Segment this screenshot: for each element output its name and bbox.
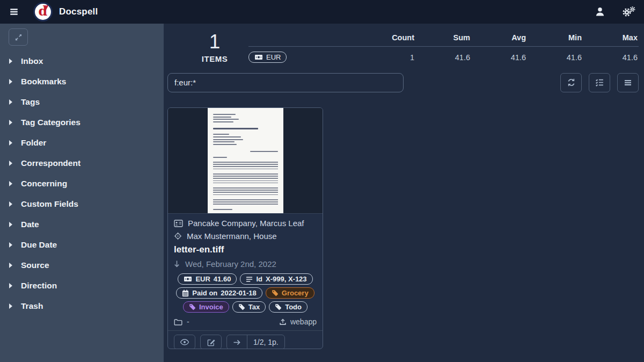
tag-icon bbox=[238, 303, 245, 310]
stats-header-row: Count Sum Avg Min Max bbox=[248, 31, 639, 47]
custom-field-id-badge[interactable]: Id X-999, X-123 bbox=[240, 273, 312, 285]
sidebar: Inbox Bookmarks Tags Tag Categories Fold… bbox=[0, 24, 164, 362]
tag-icon bbox=[189, 303, 196, 310]
badge-list: EUR 41.60 Id X-999, X-123 Paid on 2022-0… bbox=[174, 273, 317, 313]
tag-badge-tax[interactable]: Tax bbox=[232, 301, 266, 313]
open-detail-group: 1/2, 1p. bbox=[226, 335, 285, 349]
item-date: Wed, February 2nd, 2022 bbox=[185, 259, 276, 269]
stats-col-avg: Avg bbox=[471, 33, 527, 42]
tag-badge-todo[interactable]: Todo bbox=[269, 301, 308, 313]
items-count-block: 1 ITEMS bbox=[185, 31, 244, 63]
caret-right-icon bbox=[9, 221, 13, 228]
attachment-pages-label[interactable]: 1/2, 1p. bbox=[247, 335, 284, 349]
sidebar-item-tags[interactable]: Tags bbox=[0, 92, 164, 112]
sidebar-item-bookmarks[interactable]: Bookmarks bbox=[0, 71, 164, 92]
stat-avg-value: 41.6 bbox=[471, 53, 527, 62]
sidebar-item-correspondent[interactable]: Correspondent bbox=[0, 153, 164, 173]
source-value: webapp bbox=[290, 317, 317, 326]
document-thumbnail[interactable] bbox=[168, 108, 323, 214]
calendar-icon bbox=[182, 289, 189, 297]
caret-right-icon bbox=[9, 160, 13, 166]
correspondent-line: Pancake Company, Marcus Leaf bbox=[174, 219, 317, 228]
folder-value: - bbox=[187, 317, 189, 326]
items-count-number: 1 bbox=[185, 31, 244, 53]
sidebar-item-tag-categories[interactable]: Tag Categories bbox=[0, 112, 164, 133]
preview-eye-button[interactable] bbox=[174, 335, 195, 349]
stat-min-value: 41.6 bbox=[527, 53, 583, 62]
caret-right-icon bbox=[9, 99, 13, 105]
caret-right-icon bbox=[9, 201, 13, 207]
sidebar-item-source[interactable]: Source bbox=[0, 255, 164, 276]
edit-button[interactable] bbox=[200, 335, 222, 349]
caret-right-icon bbox=[9, 242, 13, 248]
tag-icon bbox=[272, 289, 279, 296]
item-date-line: Wed, February 2nd, 2022 bbox=[174, 259, 317, 269]
processing-gears-icon[interactable] bbox=[621, 6, 635, 18]
sidebar-item-concerning[interactable]: Concerning bbox=[0, 173, 164, 194]
stats-col-count: Count bbox=[360, 33, 415, 42]
concerning-text: Max Mustermann, House bbox=[187, 231, 277, 241]
folder-source-line: - webapp bbox=[174, 317, 317, 326]
banknote-icon bbox=[184, 276, 192, 283]
sidebar-item-custom-fields[interactable]: Custom Fields bbox=[0, 194, 164, 214]
sidebar-nav: Inbox Bookmarks Tags Tag Categories Fold… bbox=[0, 51, 164, 316]
user-icon[interactable] bbox=[595, 6, 605, 17]
paid-on-badge[interactable]: Paid on 2022-01-18 bbox=[176, 287, 262, 299]
stats-col-sum: Sum bbox=[415, 33, 471, 42]
sidebar-item-direction[interactable]: Direction bbox=[0, 276, 164, 296]
view-options-button[interactable] bbox=[589, 73, 610, 92]
caret-right-icon bbox=[9, 58, 13, 64]
stat-max-value: 41.6 bbox=[583, 53, 639, 62]
stat-sum-value: 41.6 bbox=[415, 53, 471, 62]
list-lines-icon bbox=[246, 276, 253, 283]
search-input[interactable] bbox=[167, 73, 404, 92]
correspondent-text: Pancake Company, Marcus Leaf bbox=[188, 219, 304, 228]
caret-right-icon bbox=[9, 78, 13, 85]
stats-section: 1 ITEMS Count Sum Avg Min Max EUR 1 bbox=[164, 24, 644, 63]
main-content: 1 ITEMS Count Sum Avg Min Max EUR 1 bbox=[164, 24, 644, 362]
docspell-logo[interactable]: d bbox=[33, 2, 53, 21]
sidebar-item-due-date[interactable]: Due Date bbox=[0, 235, 164, 255]
stats-value-row: EUR 1 41.6 41.6 41.6 41.6 bbox=[248, 47, 639, 63]
menu-bars-icon[interactable] bbox=[9, 7, 19, 17]
tag-badge-invoice[interactable]: Invoice bbox=[183, 301, 229, 313]
banknote-icon bbox=[254, 54, 263, 61]
folder-icon bbox=[174, 318, 182, 325]
stat-count-value: 1 bbox=[360, 53, 415, 62]
search-bar bbox=[164, 63, 644, 92]
app-title: Docspell bbox=[59, 6, 98, 17]
caret-right-icon bbox=[9, 119, 13, 126]
card-body: Pancake Company, Marcus Leaf Max Musterm… bbox=[168, 214, 323, 326]
amount-badge[interactable]: EUR 41.60 bbox=[178, 273, 237, 285]
card-footer: 1/2, 1p. bbox=[168, 330, 323, 349]
caret-right-icon bbox=[9, 303, 13, 309]
letter-preview bbox=[208, 108, 283, 213]
refresh-button[interactable] bbox=[560, 73, 582, 92]
currency-stats-table: Count Sum Avg Min Max EUR 1 41.6 41.6 41… bbox=[248, 31, 639, 63]
item-card[interactable]: Pancake Company, Marcus Leaf Max Musterm… bbox=[167, 107, 323, 349]
sidebar-item-folder[interactable]: Folder bbox=[0, 133, 164, 153]
item-title[interactable]: letter-en.tiff bbox=[174, 244, 317, 255]
menu-list-button[interactable] bbox=[617, 73, 639, 92]
sidebar-expand-button[interactable] bbox=[9, 28, 28, 46]
sidebar-item-trash[interactable]: Trash bbox=[0, 296, 164, 316]
sidebar-item-date[interactable]: Date bbox=[0, 214, 164, 235]
caret-right-icon bbox=[9, 283, 13, 289]
top-navbar: d Docspell bbox=[0, 0, 644, 24]
arrow-down-icon bbox=[174, 260, 180, 268]
crosshair-icon bbox=[174, 232, 182, 240]
tag-icon bbox=[275, 303, 282, 310]
concerning-line: Max Mustermann, House bbox=[174, 231, 317, 241]
stats-col-min: Min bbox=[527, 33, 583, 42]
caret-right-icon bbox=[9, 180, 13, 187]
address-card-icon bbox=[174, 220, 183, 227]
goto-detail-arrow-button[interactable] bbox=[227, 335, 247, 349]
caret-right-icon bbox=[9, 140, 13, 146]
caret-right-icon bbox=[9, 262, 13, 269]
stats-col-max: Max bbox=[583, 33, 639, 42]
upload-icon bbox=[279, 318, 287, 325]
currency-badge: EUR bbox=[248, 52, 287, 63]
items-count-label: ITEMS bbox=[185, 54, 244, 63]
sidebar-item-inbox[interactable]: Inbox bbox=[0, 51, 164, 71]
tag-badge-grocery[interactable]: Grocery bbox=[266, 287, 314, 299]
